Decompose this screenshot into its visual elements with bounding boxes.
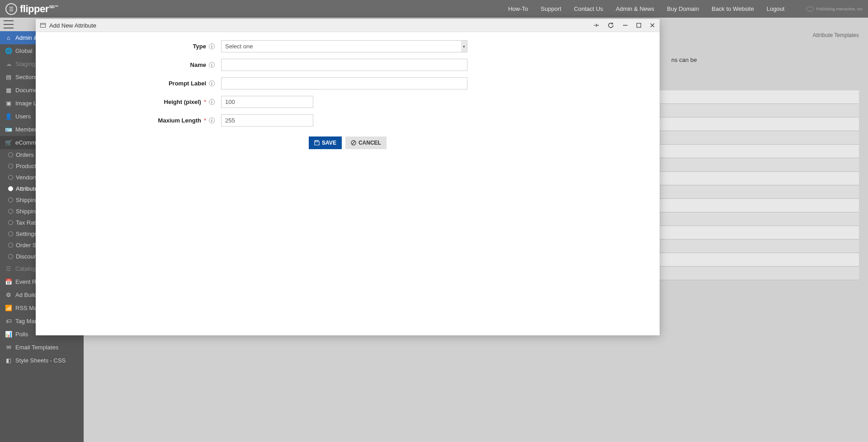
modal-window-controls — [593, 22, 655, 29]
sidebar-item-stylesheets[interactable]: ◧Style Sheets - CSS — [0, 354, 84, 367]
required-marker: * — [204, 117, 206, 124]
svg-point-0 — [807, 7, 814, 11]
catalog-icon: ☰ — [5, 265, 12, 272]
svg-line-8 — [352, 141, 355, 145]
max-length-input[interactable] — [221, 114, 313, 127]
label-type: Type — [193, 43, 206, 50]
cancel-ban-icon — [351, 140, 356, 146]
field-row-type: Type i Select one ▾ — [49, 40, 646, 52]
info-icon[interactable]: i — [209, 62, 215, 68]
window-icon — [40, 23, 46, 28]
brand-logo[interactable]: flipperSD™ — [5, 3, 58, 15]
label-prompt: Prompt Label — [169, 80, 206, 87]
refresh-icon[interactable] — [607, 22, 614, 29]
topnav-buydomain[interactable]: Buy Domain — [667, 5, 699, 12]
modal-titlebar: Add New Attribute — [36, 19, 660, 32]
chevron-down-icon: ▾ — [461, 40, 467, 52]
user-icon: 👤 — [5, 113, 12, 120]
members-icon: 🪪 — [5, 126, 12, 133]
poll-icon: 📊 — [5, 331, 12, 338]
brand-name: flipperSD™ — [20, 3, 58, 15]
field-row-name: Name i — [49, 59, 646, 71]
svg-rect-5 — [637, 24, 641, 28]
topnav-contact[interactable]: Contact Us — [574, 5, 603, 12]
tag-icon: 🏷 — [5, 318, 12, 324]
field-row-prompt: Prompt Label i — [49, 77, 646, 89]
info-icon[interactable]: i — [209, 43, 215, 49]
rss-icon: 📶 — [5, 305, 12, 311]
topnav-support[interactable]: Support — [541, 5, 561, 12]
logo-mark-icon — [5, 3, 17, 15]
type-select[interactable]: Select one — [221, 40, 467, 52]
gear-icon: ⚙ — [5, 292, 12, 298]
save-disk-icon — [314, 140, 320, 146]
close-icon[interactable] — [650, 23, 655, 28]
pin-icon[interactable] — [593, 22, 599, 28]
sidebar-item-emailtemplates[interactable]: ✉Email Templates — [0, 341, 84, 354]
label-height: Height (pixel) — [164, 99, 201, 105]
image-icon: ▣ — [5, 100, 12, 107]
svg-rect-1 — [41, 24, 46, 28]
add-attribute-modal: Add New Attribute Type i Select one ▾ — [36, 19, 660, 335]
field-row-maxlength: Maxium Length * i — [49, 114, 646, 127]
name-input[interactable] — [221, 59, 467, 71]
document-icon: ▦ — [5, 87, 12, 94]
svg-rect-6 — [316, 141, 318, 142]
info-icon[interactable]: i — [209, 118, 215, 123]
info-icon[interactable]: i — [209, 99, 215, 105]
info-icon[interactable]: i — [209, 80, 215, 86]
modal-body: Type i Select one ▾ Name i — [36, 32, 660, 335]
cart-icon: 🛒 — [5, 139, 12, 146]
modal-title: Add New Attribute — [49, 22, 96, 29]
globe-icon: 🌐 — [5, 47, 12, 54]
cloud-icon: ☁ — [5, 61, 12, 67]
calendar-icon: 📅 — [5, 278, 12, 285]
topnav-back[interactable]: Back to Website — [712, 5, 754, 12]
css-icon: ◧ — [5, 357, 12, 364]
height-input[interactable] — [221, 96, 313, 108]
label-maxlength: Maxium Length — [158, 117, 201, 124]
required-marker: * — [204, 99, 206, 105]
topnav-logout[interactable]: Logout — [767, 5, 785, 12]
save-button[interactable]: SAVE — [309, 136, 342, 149]
topnav-howto[interactable]: How-To — [508, 5, 528, 12]
label-name: Name — [190, 61, 206, 68]
mail-icon: ✉ — [5, 344, 12, 351]
sections-icon: ▤ — [5, 74, 12, 80]
minimize-icon[interactable] — [623, 23, 628, 28]
topnav-adminnews[interactable]: Admin & News — [616, 5, 654, 12]
top-nav: How-To Support Contact Us Admin & News B… — [508, 5, 863, 12]
field-row-height: Height (pixel) * i — [49, 96, 646, 108]
form-buttons: SAVE CANCEL — [49, 136, 646, 149]
svg-point-3 — [598, 25, 599, 26]
prompt-label-input[interactable] — [221, 77, 467, 89]
maximize-icon[interactable] — [636, 23, 642, 28]
partner-logo: Publishing Interactive, Inc — [806, 6, 863, 12]
hamburger-menu-icon[interactable] — [4, 20, 14, 28]
topbar: flipperSD™ How-To Support Contact Us Adm… — [0, 0, 868, 18]
home-icon: ⌂ — [5, 34, 12, 41]
cancel-button[interactable]: CANCEL — [345, 136, 387, 149]
